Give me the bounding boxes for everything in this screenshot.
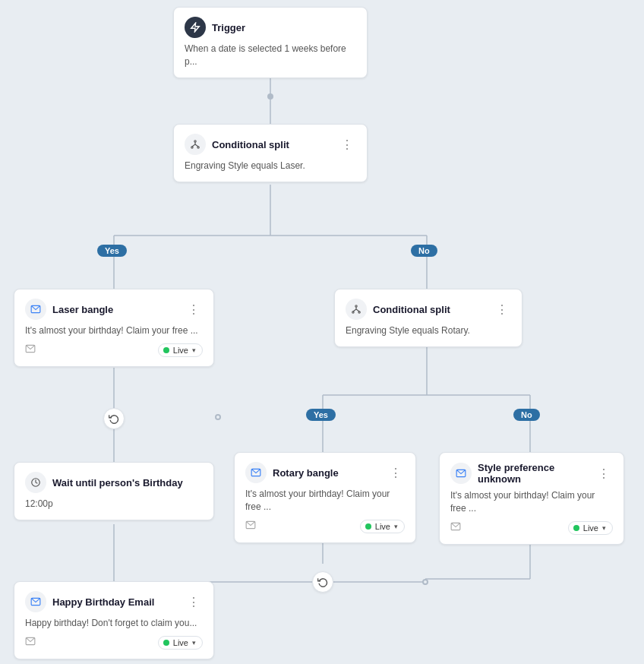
svg-point-19 <box>191 147 193 148</box>
trigger-subtitle: When a date is selected 1 weeks before p… <box>185 43 356 68</box>
conditional-split-2-card: Conditional split ⋮ Engraving Style equa… <box>334 289 522 347</box>
svg-line-23 <box>195 144 198 147</box>
rotary-live-badge[interactable]: Live ▾ <box>360 520 405 533</box>
wait-time: 12:00p <box>25 498 203 511</box>
svg-point-26 <box>355 305 357 307</box>
wait-title: Wait until person's Birthday <box>52 477 183 489</box>
live-dot-style <box>573 525 579 531</box>
cs2-subtitle: Engraving Style equals Rotary. <box>346 324 511 337</box>
laser-bangle-menu[interactable]: ⋮ <box>185 301 203 318</box>
svg-line-30 <box>353 309 356 311</box>
rotary-bangle-menu[interactable]: ⋮ <box>387 464 405 482</box>
happy-birthday-menu[interactable]: ⋮ <box>185 593 203 611</box>
refresh-icon-merge[interactable] <box>312 571 333 593</box>
wait-card: Wait until person's Birthday 12:00p <box>14 462 214 520</box>
rotary-bangle-title: Rotary bangle <box>273 467 339 479</box>
style-unknown-title: Style preference unknown <box>478 462 595 485</box>
rotary-bangle-subtitle: It's almost your birthday! Claim your fr… <box>245 488 405 514</box>
happy-birthday-card: Happy Birthday Email ⋮ Happy birthday! D… <box>14 581 214 659</box>
chevron-down-icon-birthday: ▾ <box>192 639 196 647</box>
style-unknown-subtitle: It's almost your birthday! Claim your fr… <box>450 489 613 515</box>
svg-point-27 <box>352 311 354 313</box>
split-icon-2 <box>346 299 367 320</box>
laser-live-badge[interactable]: Live ▾ <box>158 343 203 357</box>
trigger-title: Trigger <box>212 22 245 33</box>
email-icon-style <box>450 463 472 484</box>
split-icon-1 <box>185 134 206 155</box>
happy-birthday-title: Happy Birthday Email <box>52 596 154 608</box>
email-icon-laser <box>25 299 46 320</box>
live-dot-birthday <box>163 640 169 646</box>
rotary-bangle-card: Rotary bangle ⋮ It's almost your birthda… <box>234 452 416 543</box>
svg-line-22 <box>192 144 195 147</box>
cs2-title: Conditional split <box>373 304 450 315</box>
email-small-icon-style <box>450 521 461 535</box>
chevron-down-icon-rotary: ▾ <box>394 523 398 530</box>
cs1-subtitle: Engraving Style equals Laser. <box>185 160 356 172</box>
no-label-right: No <box>411 245 437 257</box>
chevron-down-icon: ▾ <box>192 346 196 354</box>
svg-point-18 <box>194 141 196 142</box>
laser-bangle-card: Laser bangle ⋮ It's almost your birthday… <box>14 289 214 367</box>
style-unknown-card: Style preference unknown ⋮ It's almost y… <box>439 452 624 545</box>
laser-bangle-subtitle: It's almost your birthday! Claim your fr… <box>25 324 203 337</box>
lightning-icon <box>185 17 206 38</box>
email-icon-birthday <box>25 591 46 612</box>
svg-marker-17 <box>191 23 200 32</box>
clock-icon <box>25 472 46 493</box>
email-small-icon <box>25 343 36 357</box>
style-live-badge[interactable]: Live ▾ <box>568 521 613 535</box>
trigger-card: Trigger When a date is selected 1 weeks … <box>173 7 368 78</box>
style-unknown-menu[interactable]: ⋮ <box>595 465 613 482</box>
laser-bangle-title: Laser bangle <box>52 304 113 315</box>
refresh-icon-laser[interactable] <box>103 408 125 429</box>
happy-birthday-subtitle: Happy birthday! Don't forget to claim yo… <box>25 617 203 630</box>
cs1-title: Conditional split <box>212 139 289 150</box>
email-small-icon-birthday <box>25 636 36 650</box>
live-dot-rotary <box>365 523 371 530</box>
conditional-split-1-card: Conditional split ⋮ Engraving Style equa… <box>173 124 368 182</box>
chevron-down-icon-style: ▾ <box>602 524 606 532</box>
svg-point-28 <box>358 311 360 313</box>
svg-line-31 <box>356 309 359 311</box>
yes-label-rotary: Yes <box>306 409 336 421</box>
cs2-menu[interactable]: ⋮ <box>493 301 511 318</box>
email-icon-rotary <box>245 462 267 483</box>
live-dot-laser <box>163 347 169 353</box>
yes-label-left: Yes <box>97 245 127 257</box>
svg-point-20 <box>197 147 199 148</box>
cs1-menu[interactable]: ⋮ <box>338 136 356 153</box>
email-small-icon-rotary <box>245 520 256 533</box>
no-label-style: No <box>513 409 540 421</box>
birthday-live-badge[interactable]: Live ▾ <box>158 636 203 650</box>
